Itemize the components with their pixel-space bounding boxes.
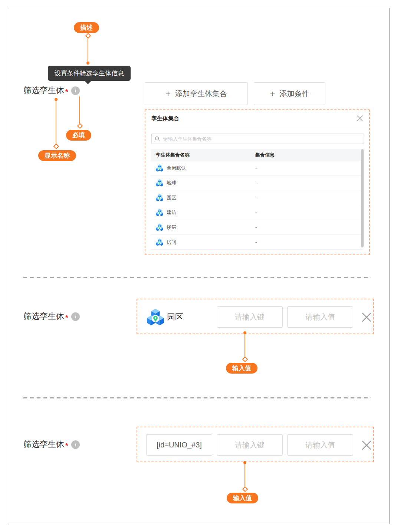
- field-label-text: 筛选孪生体: [23, 439, 64, 450]
- table-row[interactable]: 建筑 -: [151, 205, 363, 220]
- field-label-3: 筛选孪生体 * i: [23, 439, 80, 450]
- input-value-connector-2: [243, 461, 247, 492]
- collection-name: 房间: [167, 239, 176, 246]
- required-asterisk: *: [65, 441, 68, 450]
- diamond-end: [77, 123, 83, 129]
- table-row[interactable]: 全局默认 -: [151, 161, 363, 175]
- display-name-badge: 显示名称: [38, 150, 76, 161]
- collection-info: -: [255, 195, 363, 200]
- remove-condition-icon[interactable]: [361, 440, 372, 450]
- collection-info: -: [255, 239, 363, 245]
- collection-info: -: [255, 224, 363, 230]
- collection-info: -: [255, 210, 363, 215]
- section-divider: [23, 397, 371, 398]
- display-name-connector: [54, 98, 58, 149]
- plus-icon: +: [270, 89, 275, 99]
- diamond-end: [53, 144, 59, 150]
- describe-badge: 描述: [74, 22, 99, 33]
- scrollbar[interactable]: [361, 149, 364, 247]
- twin-collection-icon: [156, 224, 163, 231]
- describe-connector: [86, 33, 90, 65]
- twin-collection-icon: [156, 164, 163, 172]
- input-value-badge-1: 输入值: [226, 363, 257, 374]
- search-icon: [155, 136, 160, 141]
- collection-name: 建筑: [167, 209, 176, 216]
- connector-line: [245, 334, 245, 357]
- plus-icon: +: [165, 89, 171, 99]
- diamond-end: [242, 357, 248, 362]
- table-row[interactable]: 房间 -: [151, 235, 363, 250]
- collection-name: 楼层: [167, 224, 176, 231]
- collection-table: 孪生体集合名称 集合信息 全局默认 - 地球 - 园区 - 建筑 - 楼层 -: [151, 149, 363, 250]
- collection-name: 全局默认: [167, 165, 186, 171]
- value-input[interactable]: [287, 434, 353, 456]
- collection-name: 园区: [167, 194, 176, 201]
- required-asterisk: *: [65, 88, 68, 96]
- twin-collection-icon: [156, 239, 163, 246]
- entity-id-input[interactable]: [146, 434, 212, 456]
- panel-divider: [145, 127, 369, 127]
- condition-row-1: 园区: [137, 299, 374, 334]
- dot-end: [243, 461, 246, 464]
- required-connector: [78, 96, 82, 128]
- field-tooltip: 设置条件筛选孪生体信息: [48, 66, 131, 81]
- key-input[interactable]: [217, 306, 283, 328]
- dot-end: [243, 331, 246, 334]
- column-info: 集合信息: [255, 152, 363, 158]
- collection-info: -: [255, 180, 363, 185]
- column-name: 孪生体集合名称: [151, 152, 255, 158]
- info-icon[interactable]: i: [71, 312, 80, 321]
- field-label-1: 筛选孪生体 * i: [23, 85, 80, 96]
- info-icon[interactable]: i: [71, 86, 80, 95]
- twin-collection-panel: 孪生体集合 孪生体集合名称 集合信息 全局默认 - 地球 -: [145, 109, 370, 255]
- required-asterisk: *: [65, 313, 68, 322]
- diamond-end: [242, 486, 248, 492]
- twin-collection-icon: [156, 179, 163, 187]
- panel-title: 孪生体集合: [151, 115, 179, 122]
- required-badge: 必填: [66, 130, 91, 141]
- twin-collection-icon: [156, 209, 163, 216]
- dot-end: [55, 98, 58, 101]
- add-collection-button[interactable]: + 添加孪生体集合: [145, 82, 248, 105]
- collection-name: 地球: [167, 180, 176, 186]
- table-row[interactable]: 地球 -: [151, 175, 363, 190]
- input-value-badge-2: 输入值: [227, 493, 258, 503]
- key-input[interactable]: [217, 434, 283, 456]
- field-label-text: 筛选孪生体: [23, 85, 64, 96]
- collection-search[interactable]: [151, 134, 364, 144]
- table-row[interactable]: 园区 -: [151, 190, 363, 205]
- connector-line: [56, 101, 56, 144]
- dot-end: [86, 62, 89, 65]
- section-divider: [23, 277, 371, 278]
- condition-row-2: [137, 427, 374, 462]
- add-condition-button[interactable]: + 添加条件: [254, 82, 325, 105]
- remove-condition-icon[interactable]: [361, 312, 372, 322]
- twin-collection-icon: [156, 194, 163, 201]
- value-input[interactable]: [287, 306, 353, 328]
- add-collection-label: 添加孪生体集合: [175, 89, 227, 99]
- search-input[interactable]: [163, 136, 361, 142]
- info-icon[interactable]: i: [71, 440, 80, 449]
- field-label-2: 筛选孪生体 * i: [23, 311, 80, 322]
- connector-line: [88, 38, 88, 62]
- connector-line: [245, 464, 245, 487]
- collection-info: -: [255, 165, 363, 171]
- annotated-doc-page: 描述 设置条件筛选孪生体信息 筛选孪生体 * i + 添加孪生体集合 + 添加条…: [0, 0, 397, 532]
- twin-entity-icon: [147, 309, 164, 326]
- connector-line: [79, 96, 80, 124]
- table-header: 孪生体集合名称 集合信息: [151, 149, 363, 161]
- entity-name: 园区: [167, 299, 183, 335]
- close-icon[interactable]: [357, 115, 363, 122]
- add-condition-label: 添加条件: [280, 89, 309, 99]
- diamond-end: [85, 33, 91, 39]
- field-label-text: 筛选孪生体: [23, 311, 64, 322]
- table-row[interactable]: 楼层 -: [151, 220, 363, 235]
- input-value-connector-1: [243, 331, 247, 362]
